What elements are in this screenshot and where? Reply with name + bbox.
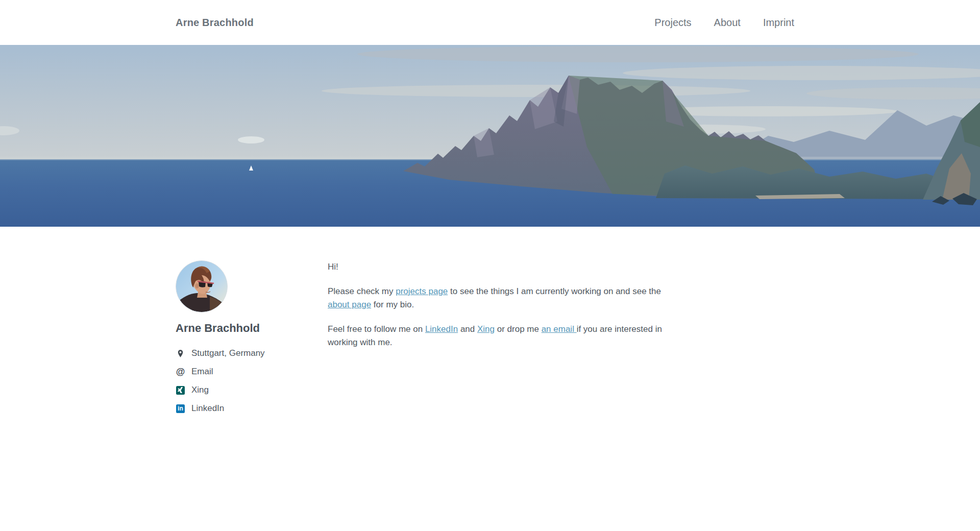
- greeting-paragraph: Hi!: [328, 260, 662, 274]
- location-pin-icon: [176, 348, 185, 358]
- location-label: Stuttgart, Germany: [191, 348, 265, 358]
- inline-link[interactable]: LinkedIn: [425, 324, 458, 334]
- inline-link[interactable]: Xing: [477, 324, 495, 334]
- linkedin-label: LinkedIn: [191, 403, 224, 414]
- nav-about[interactable]: About: [714, 17, 741, 29]
- linkedin-icon: in: [176, 403, 185, 414]
- coastal-landscape-image: [0, 45, 980, 227]
- hero-image: [0, 45, 980, 227]
- profile-name: Arne Brachhold: [176, 322, 328, 335]
- nav-imprint[interactable]: Imprint: [763, 17, 794, 29]
- intro-text: Hi! Please check my projects page to see…: [328, 260, 662, 414]
- profile-sidebar: Arne Brachhold Stuttgart, Germany @ Emai…: [176, 260, 328, 414]
- main-content: Arne Brachhold Stuttgart, Germany @ Emai…: [176, 227, 804, 414]
- avatar-photo: [176, 261, 227, 312]
- main-nav: Projects About Imprint: [654, 17, 804, 29]
- xing-link[interactable]: Xing: [176, 385, 328, 395]
- contact-paragraph: Feel free to follow me on LinkedIn and X…: [328, 323, 662, 349]
- nav-projects[interactable]: Projects: [654, 17, 691, 29]
- profile-links: Stuttgart, Germany @ Email: [176, 348, 328, 414]
- xing-icon: [176, 385, 185, 395]
- email-link[interactable]: @ Email: [176, 367, 328, 377]
- email-label: Email: [191, 367, 213, 377]
- site-title[interactable]: Arne Brachhold: [176, 17, 254, 29]
- at-icon: @: [176, 367, 185, 377]
- inline-link[interactable]: about page: [328, 300, 371, 309]
- avatar: [176, 260, 228, 312]
- inline-link[interactable]: an email: [542, 324, 577, 334]
- linkedin-link[interactable]: in LinkedIn: [176, 403, 328, 414]
- projects-paragraph: Please check my projects page to see the…: [328, 285, 662, 311]
- xing-label: Xing: [191, 385, 209, 395]
- location-row: Stuttgart, Germany: [176, 348, 328, 358]
- inline-link[interactable]: projects page: [396, 286, 448, 296]
- site-header: Arne Brachhold Projects About Imprint: [0, 0, 980, 45]
